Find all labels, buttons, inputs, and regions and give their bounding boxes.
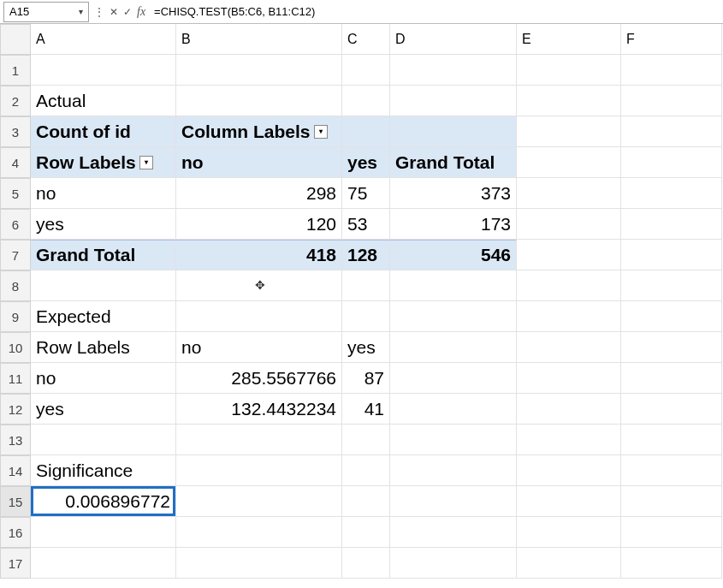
cell-C7[interactable]: 128 bbox=[342, 240, 390, 270]
row-header-11[interactable]: 11 bbox=[0, 363, 31, 394]
cell-F17[interactable] bbox=[621, 548, 722, 579]
cell-E4[interactable] bbox=[517, 147, 621, 178]
cell-B13[interactable] bbox=[176, 425, 342, 455]
cell-C2[interactable] bbox=[342, 86, 390, 116]
cell-B12[interactable]: 132.4432234 bbox=[176, 394, 342, 425]
cell-E9[interactable] bbox=[517, 301, 621, 332]
row-header-2[interactable]: 2 bbox=[0, 86, 31, 116]
cell-F5[interactable] bbox=[621, 178, 722, 209]
cell-A14[interactable]: Significance bbox=[31, 455, 176, 486]
cell-A3[interactable]: Count of id bbox=[31, 116, 176, 147]
cell-E16[interactable] bbox=[517, 517, 621, 548]
cell-B17[interactable] bbox=[176, 548, 342, 579]
cell-A8[interactable] bbox=[31, 270, 176, 301]
cell-C10[interactable]: yes bbox=[342, 332, 390, 363]
cell-F4[interactable] bbox=[621, 147, 722, 178]
cell-D4[interactable]: Grand Total bbox=[390, 147, 517, 178]
cell-D10[interactable] bbox=[390, 332, 517, 363]
cell-D12[interactable] bbox=[390, 394, 517, 425]
cell-D15[interactable] bbox=[390, 486, 517, 517]
cell-D9[interactable] bbox=[390, 301, 517, 332]
cell-F14[interactable] bbox=[621, 455, 722, 486]
cell-D3[interactable] bbox=[390, 116, 517, 147]
row-header-3[interactable]: 3 bbox=[0, 116, 31, 147]
cell-F11[interactable] bbox=[621, 363, 722, 394]
cell-B10[interactable]: no bbox=[176, 332, 342, 363]
cell-E3[interactable] bbox=[517, 116, 621, 147]
cell-A11[interactable]: no bbox=[31, 363, 176, 394]
row-header-8[interactable]: 8 bbox=[0, 270, 31, 301]
cell-F9[interactable] bbox=[621, 301, 722, 332]
formula-input[interactable] bbox=[151, 2, 723, 22]
cell-C16[interactable] bbox=[342, 517, 390, 548]
cell-F3[interactable] bbox=[621, 116, 722, 147]
col-header-F[interactable]: F bbox=[621, 24, 722, 55]
row-header-12[interactable]: 12 bbox=[0, 394, 31, 425]
cell-C4[interactable]: yes bbox=[342, 147, 390, 178]
cell-E2[interactable] bbox=[517, 86, 621, 116]
select-all-corner[interactable] bbox=[0, 24, 31, 55]
col-header-D[interactable]: D bbox=[390, 24, 517, 55]
cell-E15[interactable] bbox=[517, 486, 621, 517]
cell-E13[interactable] bbox=[517, 425, 621, 455]
cell-D14[interactable] bbox=[390, 455, 517, 486]
col-header-A[interactable]: A bbox=[31, 24, 176, 55]
cell-D1[interactable] bbox=[390, 55, 517, 86]
row-header-13[interactable]: 13 bbox=[0, 425, 31, 455]
cell-E1[interactable] bbox=[517, 55, 621, 86]
cell-C11[interactable]: 87 bbox=[342, 363, 390, 394]
cell-B16[interactable] bbox=[176, 517, 342, 548]
cell-C9[interactable] bbox=[342, 301, 390, 332]
cell-C8[interactable] bbox=[342, 270, 390, 301]
cell-A17[interactable] bbox=[31, 548, 176, 579]
cell-D5[interactable]: 373 bbox=[390, 178, 517, 209]
cell-D16[interactable] bbox=[390, 517, 517, 548]
cell-A1[interactable] bbox=[31, 55, 176, 86]
cell-D6[interactable]: 173 bbox=[390, 209, 517, 240]
cell-C14[interactable] bbox=[342, 455, 390, 486]
cell-C6[interactable]: 53 bbox=[342, 209, 390, 240]
cell-D11[interactable] bbox=[390, 363, 517, 394]
cell-F1[interactable] bbox=[621, 55, 722, 86]
cell-B7[interactable]: 418 bbox=[176, 240, 342, 270]
cell-E6[interactable] bbox=[517, 209, 621, 240]
cell-E11[interactable] bbox=[517, 363, 621, 394]
chevron-down-icon[interactable]: ▾ bbox=[139, 156, 153, 169]
fx-icon[interactable]: fx bbox=[137, 5, 145, 19]
row-header-7[interactable]: 7 bbox=[0, 240, 31, 270]
cell-D8[interactable] bbox=[390, 270, 517, 301]
check-icon[interactable]: ✓ bbox=[123, 6, 132, 18]
cell-B15[interactable] bbox=[176, 486, 342, 517]
cell-E12[interactable] bbox=[517, 394, 621, 425]
cell-A2[interactable]: Actual bbox=[31, 86, 176, 116]
cell-A15[interactable]: 0.006896772 bbox=[31, 486, 176, 517]
cell-E10[interactable] bbox=[517, 332, 621, 363]
cell-B6[interactable]: 120 bbox=[176, 209, 342, 240]
cell-E5[interactable] bbox=[517, 178, 621, 209]
row-header-14[interactable]: 14 bbox=[0, 455, 31, 486]
cell-F13[interactable] bbox=[621, 425, 722, 455]
cell-D7[interactable]: 546 bbox=[390, 240, 517, 270]
cell-F10[interactable] bbox=[621, 332, 722, 363]
cell-B4[interactable]: no bbox=[176, 147, 342, 178]
row-header-10[interactable]: 10 bbox=[0, 332, 31, 363]
cell-F7[interactable] bbox=[621, 240, 722, 270]
cell-A10[interactable]: Row Labels bbox=[31, 332, 176, 363]
cell-B9[interactable] bbox=[176, 301, 342, 332]
cell-D13[interactable] bbox=[390, 425, 517, 455]
row-header-9[interactable]: 9 bbox=[0, 301, 31, 332]
cell-A5[interactable]: no bbox=[31, 178, 176, 209]
cell-B8[interactable] bbox=[176, 270, 342, 301]
cell-A6[interactable]: yes bbox=[31, 209, 176, 240]
cell-B5[interactable]: 298 bbox=[176, 178, 342, 209]
cell-E14[interactable] bbox=[517, 455, 621, 486]
cell-A7[interactable]: Grand Total bbox=[31, 240, 176, 270]
cell-C12[interactable]: 41 bbox=[342, 394, 390, 425]
cell-F6[interactable] bbox=[621, 209, 722, 240]
cell-A9[interactable]: Expected bbox=[31, 301, 176, 332]
cell-F8[interactable] bbox=[621, 270, 722, 301]
cell-B11[interactable]: 285.5567766 bbox=[176, 363, 342, 394]
cell-A4[interactable]: Row Labels▾ bbox=[31, 147, 176, 178]
row-header-17[interactable]: 17 bbox=[0, 548, 31, 579]
row-header-5[interactable]: 5 bbox=[0, 178, 31, 209]
